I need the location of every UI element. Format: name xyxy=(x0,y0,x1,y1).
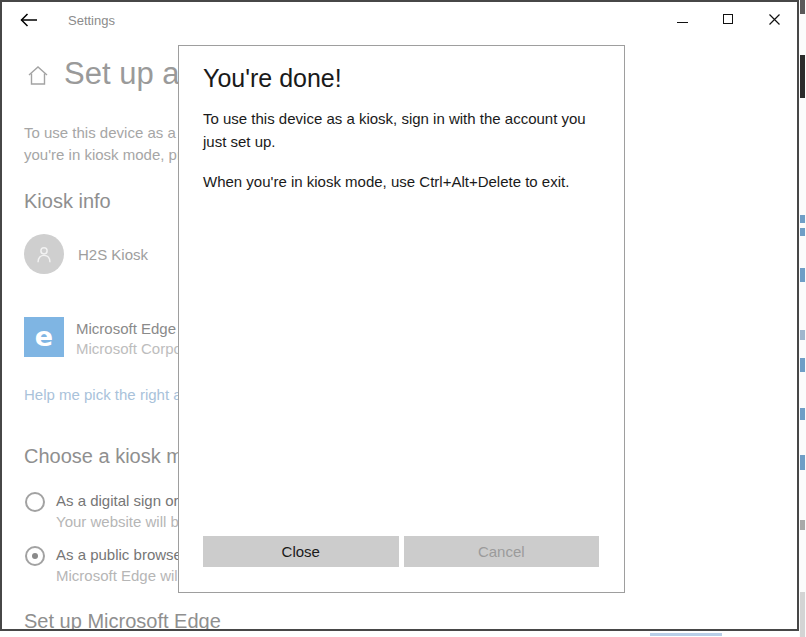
close-dialog-button[interactable]: Close xyxy=(203,536,399,567)
kiosk-app-name[interactable]: Microsoft Edge xyxy=(76,320,176,337)
home-icon xyxy=(26,64,50,92)
radio-option-label[interactable]: As a digital sign or i xyxy=(56,492,186,509)
radio-option-label[interactable]: As a public browser xyxy=(56,546,187,563)
sliver-fragment xyxy=(800,268,805,282)
maximize-button[interactable] xyxy=(705,2,751,36)
titlebar[interactable]: Settings xyxy=(2,2,797,38)
back-arrow-icon xyxy=(20,13,38,27)
back-button[interactable] xyxy=(10,4,48,36)
edge-logo-icon: e xyxy=(35,323,53,350)
radio-unselected-icon[interactable] xyxy=(25,492,45,512)
background-bottom-sliver xyxy=(0,631,799,637)
page-intro-line1: To use this device as a ki xyxy=(24,122,191,144)
background-window-sliver xyxy=(799,0,806,637)
sliver-fragment xyxy=(800,592,805,637)
dialog-body-line2: When you're in kiosk mode, use Ctrl+Alt+… xyxy=(203,170,613,193)
help-pick-app-link[interactable]: Help me pick the right ap xyxy=(24,386,190,403)
sliver-fragment xyxy=(800,408,805,420)
sliver-fragment xyxy=(800,330,805,340)
kiosk-info-heading: Kiosk info xyxy=(24,190,111,213)
minimize-button[interactable] xyxy=(659,2,705,36)
dialog-body-line1: To use this device as a kiosk, sign in w… xyxy=(203,107,605,153)
sliver-fragment xyxy=(800,358,805,372)
sliver-fragment xyxy=(800,55,805,98)
radio-selected-icon[interactable] xyxy=(25,546,45,566)
sliver-fragment xyxy=(800,228,805,236)
dialog-title: You're done! xyxy=(203,64,342,93)
setup-edge-heading: Set up Microsoft Edge xyxy=(24,610,221,633)
page-intro: To use this device as a ki you're in kio… xyxy=(24,122,191,166)
dialog-button-row: Close Cancel xyxy=(203,536,599,567)
radio-option-sublabel: Your website will be xyxy=(56,513,187,530)
maximize-icon xyxy=(723,14,733,24)
kiosk-app-publisher: Microsoft Corpo xyxy=(76,340,182,357)
sliver-fragment xyxy=(800,455,805,470)
account-avatar xyxy=(24,234,64,274)
radio-option-public-browser[interactable]: As a public browser Microsoft Edge will xyxy=(24,544,184,588)
kiosk-mode-heading: Choose a kiosk m xyxy=(24,445,183,468)
cancel-dialog-button: Cancel xyxy=(404,536,600,567)
kiosk-app-tile[interactable]: e xyxy=(24,317,64,357)
kiosk-account-name: H2S Kiosk xyxy=(78,246,148,263)
settings-window: Set up a k To use this device as a ki yo… xyxy=(0,0,806,637)
youre-done-dialog: You're done! To use this device as a kio… xyxy=(178,45,625,593)
minimize-icon xyxy=(677,22,688,23)
close-button[interactable] xyxy=(751,2,797,36)
sliver-fragment xyxy=(800,215,805,223)
window-controls xyxy=(659,2,797,36)
radio-dot xyxy=(32,553,38,559)
radio-option-digital-sign[interactable]: As a digital sign or i Your website will… xyxy=(24,490,184,534)
close-icon xyxy=(769,14,780,25)
window-title: Settings xyxy=(68,13,115,28)
sliver-fragment xyxy=(800,0,805,14)
person-icon xyxy=(33,243,55,265)
page-intro-line2: you're in kiosk mode, pre xyxy=(24,144,191,166)
radio-option-sublabel: Microsoft Edge will xyxy=(56,567,181,584)
sliver-fragment xyxy=(800,520,805,530)
sliver-fragment xyxy=(650,633,722,636)
